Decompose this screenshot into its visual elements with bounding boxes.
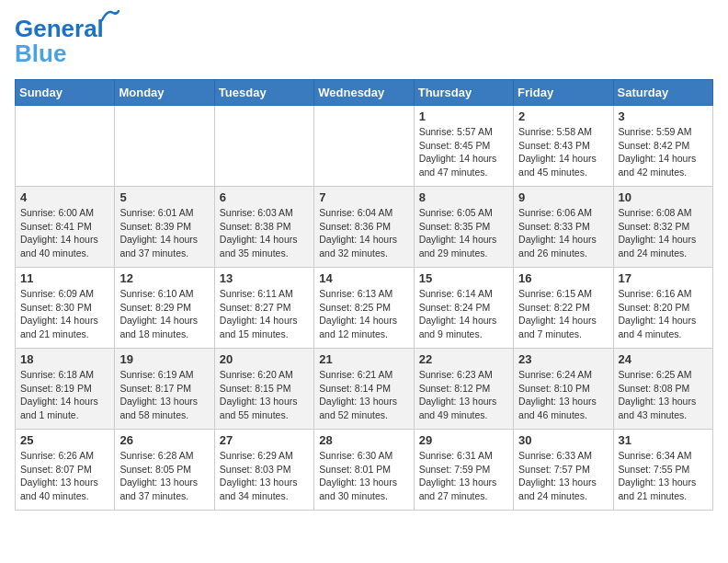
- calendar-cell: 15Sunrise: 6:14 AMSunset: 8:24 PMDayligh…: [414, 268, 513, 349]
- calendar-cell: 29Sunrise: 6:31 AMSunset: 7:59 PMDayligh…: [414, 430, 513, 511]
- header-thursday: Thursday: [414, 80, 513, 106]
- day-number: 28: [319, 433, 408, 447]
- calendar-cell: 10Sunrise: 6:08 AMSunset: 8:32 PMDayligh…: [613, 187, 712, 268]
- calendar-cell: 5Sunrise: 6:01 AMSunset: 8:39 PMDaylight…: [115, 187, 214, 268]
- header-tuesday: Tuesday: [214, 80, 313, 106]
- day-number: 19: [119, 352, 209, 366]
- calendar-cell: 1Sunrise: 5:57 AMSunset: 8:45 PMDaylight…: [414, 106, 513, 187]
- day-number: 11: [20, 271, 109, 285]
- day-info: Sunrise: 6:08 AMSunset: 8:32 PMDaylight:…: [619, 206, 708, 260]
- calendar-cell: [16, 106, 115, 187]
- day-number: 7: [319, 190, 408, 204]
- calendar-cell: 3Sunrise: 5:59 AMSunset: 8:42 PMDaylight…: [613, 106, 712, 187]
- header-sunday: Sunday: [16, 80, 115, 106]
- calendar-cell: 12Sunrise: 6:10 AMSunset: 8:29 PMDayligh…: [115, 268, 214, 349]
- day-info: Sunrise: 6:21 AMSunset: 8:14 PMDaylight:…: [319, 368, 408, 422]
- day-number: 1: [419, 109, 508, 123]
- day-number: 27: [220, 433, 309, 447]
- day-info: Sunrise: 6:01 AMSunset: 8:39 PMDaylight:…: [119, 206, 209, 260]
- calendar-cell: 30Sunrise: 6:33 AMSunset: 7:57 PMDayligh…: [514, 430, 613, 511]
- day-info: Sunrise: 6:04 AMSunset: 8:36 PMDaylight:…: [319, 206, 408, 260]
- day-info: Sunrise: 6:34 AMSunset: 7:55 PMDaylight:…: [619, 449, 708, 503]
- calendar-cell: 24Sunrise: 6:25 AMSunset: 8:08 PMDayligh…: [613, 349, 712, 430]
- day-info: Sunrise: 6:20 AMSunset: 8:15 PMDaylight:…: [220, 368, 309, 422]
- calendar-cell: 28Sunrise: 6:30 AMSunset: 8:01 PMDayligh…: [314, 430, 414, 511]
- calendar-cell: 4Sunrise: 6:00 AMSunset: 8:41 PMDaylight…: [16, 187, 115, 268]
- day-info: Sunrise: 6:26 AMSunset: 8:07 PMDaylight:…: [20, 449, 109, 503]
- day-info: Sunrise: 6:05 AMSunset: 8:35 PMDaylight:…: [419, 206, 508, 260]
- day-number: 22: [419, 352, 508, 366]
- day-info: Sunrise: 6:33 AMSunset: 7:57 PMDaylight:…: [518, 449, 608, 503]
- day-info: Sunrise: 6:29 AMSunset: 8:03 PMDaylight:…: [220, 449, 309, 503]
- calendar-cell: 17Sunrise: 6:16 AMSunset: 8:20 PMDayligh…: [613, 268, 712, 349]
- day-info: Sunrise: 5:58 AMSunset: 8:43 PMDaylight:…: [518, 125, 608, 179]
- day-number: 4: [20, 190, 109, 204]
- calendar-cell: 18Sunrise: 6:18 AMSunset: 8:19 PMDayligh…: [16, 349, 115, 430]
- calendar-week-2: 4Sunrise: 6:00 AMSunset: 8:41 PMDaylight…: [16, 187, 713, 268]
- day-number: 8: [419, 190, 508, 204]
- calendar-cell: 31Sunrise: 6:34 AMSunset: 7:55 PMDayligh…: [613, 430, 712, 511]
- day-info: Sunrise: 6:30 AMSunset: 8:01 PMDaylight:…: [319, 449, 408, 503]
- calendar-cell: [314, 106, 414, 187]
- day-number: 14: [319, 271, 408, 285]
- day-info: Sunrise: 6:28 AMSunset: 8:05 PMDaylight:…: [119, 449, 209, 503]
- day-number: 18: [20, 352, 109, 366]
- day-number: 5: [119, 190, 209, 204]
- calendar-cell: 25Sunrise: 6:26 AMSunset: 8:07 PMDayligh…: [16, 430, 115, 511]
- day-info: Sunrise: 6:23 AMSunset: 8:12 PMDaylight:…: [419, 368, 508, 422]
- calendar-cell: 22Sunrise: 6:23 AMSunset: 8:12 PMDayligh…: [414, 349, 513, 430]
- day-info: Sunrise: 6:19 AMSunset: 8:17 PMDaylight:…: [119, 368, 209, 422]
- calendar-cell: 9Sunrise: 6:06 AMSunset: 8:33 PMDaylight…: [514, 187, 613, 268]
- calendar-week-1: 1Sunrise: 5:57 AMSunset: 8:45 PMDaylight…: [16, 106, 713, 187]
- day-info: Sunrise: 6:09 AMSunset: 8:30 PMDaylight:…: [20, 287, 109, 341]
- day-info: Sunrise: 5:57 AMSunset: 8:45 PMDaylight:…: [419, 125, 508, 179]
- calendar-cell: [115, 106, 214, 187]
- calendar-cell: 13Sunrise: 6:11 AMSunset: 8:27 PMDayligh…: [214, 268, 313, 349]
- day-number: 26: [119, 433, 209, 447]
- calendar-cell: 26Sunrise: 6:28 AMSunset: 8:05 PMDayligh…: [115, 430, 214, 511]
- day-number: 24: [619, 352, 708, 366]
- calendar-week-3: 11Sunrise: 6:09 AMSunset: 8:30 PMDayligh…: [16, 268, 713, 349]
- day-number: 10: [619, 190, 708, 204]
- day-number: 15: [419, 271, 508, 285]
- calendar-cell: 16Sunrise: 6:15 AMSunset: 8:22 PMDayligh…: [514, 268, 613, 349]
- day-number: 20: [220, 352, 309, 366]
- day-number: 29: [419, 433, 508, 447]
- day-number: 12: [119, 271, 209, 285]
- header-saturday: Saturday: [613, 80, 712, 106]
- header-friday: Friday: [514, 80, 613, 106]
- day-number: 17: [619, 271, 708, 285]
- day-number: 30: [518, 433, 608, 447]
- calendar-cell: 27Sunrise: 6:29 AMSunset: 8:03 PMDayligh…: [214, 430, 313, 511]
- calendar-cell: 20Sunrise: 6:20 AMSunset: 8:15 PMDayligh…: [214, 349, 313, 430]
- day-info: Sunrise: 6:14 AMSunset: 8:24 PMDaylight:…: [419, 287, 508, 341]
- day-number: 9: [518, 190, 608, 204]
- calendar-cell: 11Sunrise: 6:09 AMSunset: 8:30 PMDayligh…: [16, 268, 115, 349]
- calendar-header-row: SundayMondayTuesdayWednesdayThursdayFrid…: [16, 80, 713, 106]
- day-info: Sunrise: 6:10 AMSunset: 8:29 PMDaylight:…: [119, 287, 209, 341]
- day-info: Sunrise: 6:06 AMSunset: 8:33 PMDaylight:…: [518, 206, 608, 260]
- day-number: 21: [319, 352, 408, 366]
- day-info: Sunrise: 6:25 AMSunset: 8:08 PMDaylight:…: [619, 368, 708, 422]
- day-info: Sunrise: 5:59 AMSunset: 8:42 PMDaylight:…: [619, 125, 708, 179]
- header-wednesday: Wednesday: [314, 80, 414, 106]
- day-info: Sunrise: 6:00 AMSunset: 8:41 PMDaylight:…: [20, 206, 109, 260]
- day-info: Sunrise: 6:11 AMSunset: 8:27 PMDaylight:…: [220, 287, 309, 341]
- logo-text-general: General: [15, 15, 104, 42]
- calendar-cell: 23Sunrise: 6:24 AMSunset: 8:10 PMDayligh…: [514, 349, 613, 430]
- calendar-cell: 14Sunrise: 6:13 AMSunset: 8:25 PMDayligh…: [314, 268, 414, 349]
- calendar-week-5: 25Sunrise: 6:26 AMSunset: 8:07 PMDayligh…: [16, 430, 713, 511]
- calendar-cell: 2Sunrise: 5:58 AMSunset: 8:43 PMDaylight…: [514, 106, 613, 187]
- day-number: 16: [518, 271, 608, 285]
- page-header: General Blue: [15, 15, 713, 68]
- day-number: 2: [518, 109, 608, 123]
- header-monday: Monday: [115, 80, 214, 106]
- calendar-cell: 19Sunrise: 6:19 AMSunset: 8:17 PMDayligh…: [115, 349, 214, 430]
- day-info: Sunrise: 6:13 AMSunset: 8:25 PMDaylight:…: [319, 287, 408, 341]
- calendar-cell: 21Sunrise: 6:21 AMSunset: 8:14 PMDayligh…: [314, 349, 414, 430]
- day-number: 3: [619, 109, 708, 123]
- day-info: Sunrise: 6:16 AMSunset: 8:20 PMDaylight:…: [619, 287, 708, 341]
- day-number: 25: [20, 433, 109, 447]
- day-info: Sunrise: 6:18 AMSunset: 8:19 PMDaylight:…: [20, 368, 109, 422]
- day-info: Sunrise: 6:03 AMSunset: 8:38 PMDaylight:…: [220, 206, 309, 260]
